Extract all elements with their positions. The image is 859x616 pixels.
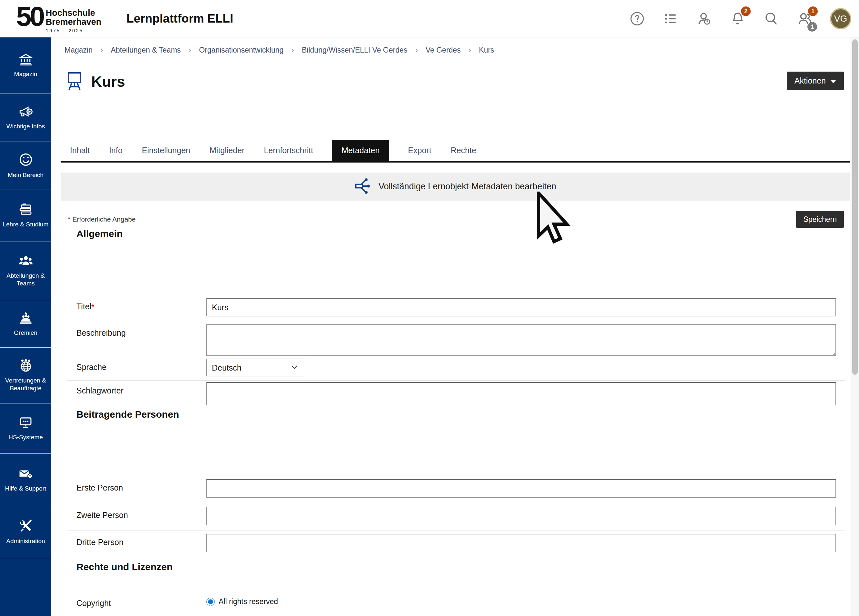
actions-button[interactable]: Aktionen [787,72,844,90]
field-label-erste-person: Erste Person [77,479,206,498]
erste-person-input[interactable] [206,479,836,498]
contacts-icon[interactable]: 1 1 [797,10,813,27]
logo-line1: Hochschule [46,8,102,17]
svg-text:?: ? [29,474,31,478]
field-label-dritte-person: Dritte Person [77,534,206,552]
bell-badge: 2 [741,6,751,16]
tab-lernfortschritt[interactable]: Lernfortschritt [263,140,314,161]
sidebar-item-label: Lehre & Studium [3,220,49,228]
sidebar-item-administration[interactable]: Administration [0,507,51,558]
sidebar-item-hs-systeme[interactable]: HS-Systeme [0,403,51,454]
field-label-zweite-person: Zweite Person [77,507,206,525]
tools-icon [19,519,33,534]
sidebar-item-label: Administration [6,537,45,545]
sidebar-item-label: Wichtige Infos [6,122,45,130]
breadcrumb-item[interactable]: Organisationsentwicklung [199,46,283,55]
main-content: Magazin› Abteilungen & Teams› Organisati… [61,38,850,616]
megaphone-icon [19,105,33,119]
logo-years: 1975 – 2025 [46,28,102,33]
help-icon[interactable] [629,10,645,27]
list-icon[interactable] [662,10,679,27]
committee-icon [19,311,33,326]
tab-info[interactable]: Info [108,140,123,161]
share-icon [355,178,372,196]
tab-metadaten[interactable]: Metadaten [332,140,389,161]
breadcrumb-separator: › [291,45,294,55]
bell-icon[interactable]: 2 [729,10,746,27]
globe-people-icon [19,359,33,374]
sidebar-item-magazin[interactable]: Magazin [0,38,51,94]
sidebar-item-label: Gremien [14,329,37,337]
dritte-person-input[interactable] [206,534,836,552]
monitor-icon [19,416,33,430]
main-sidebar: Magazin Wichtige Infos Mein Bereich Lehr… [0,38,51,616]
required-asterisk: * [91,303,94,311]
sidebar-item-label: Mein Bereich [8,171,44,179]
titel-input[interactable] [206,298,836,316]
user-alert-icon[interactable] [696,10,712,27]
breadcrumb-item[interactable]: Abteilungen & Teams [111,46,181,55]
save-button[interactable]: Speichern [796,211,844,228]
sprache-select[interactable]: Deutsch [206,359,305,376]
breadcrumb-separator: › [100,45,103,55]
books-icon [19,203,33,217]
top-header: 50 Hochschule Bremerhaven 1975 – 2025 Le… [0,0,859,38]
zweite-person-input[interactable] [206,507,836,525]
bank-icon [19,53,33,67]
field-label-beschreibung: Beschreibung [77,324,206,357]
section-divider [67,530,845,531]
breadcrumb-separator: › [189,45,192,55]
actions-button-label: Aktionen [795,76,826,86]
sidebar-item-mein-bereich[interactable]: Mein Bereich [0,142,51,190]
scrollbar-thumb[interactable] [852,39,858,375]
breadcrumb-item[interactable]: Bildung/Wissen/ELLI Ve Gerdes [302,46,407,55]
mail-help-icon: ? [19,467,33,482]
copyright-radio[interactable] [206,597,215,606]
schlagwoerter-input[interactable] [206,382,836,405]
breadcrumb-item[interactable]: Kurs [479,46,494,55]
logo-50-text: 50 [16,4,43,29]
section-heading-beitragende: Beitragende Personen [77,409,179,420]
breadcrumb-separator: › [469,45,472,55]
beschreibung-textarea[interactable] [206,324,836,356]
breadcrumb-separator: › [415,45,418,55]
field-label-copyright: Copyright [77,595,206,608]
sidebar-item-label: Abteilungen & Teams [2,272,49,288]
tab-bar: Inhalt Info Einstellungen Mitglieder Ler… [61,140,850,163]
section-divider [67,380,845,381]
contacts-badge-top: 1 [808,6,818,16]
easel-icon [66,71,83,92]
university-logo[interactable]: 50 Hochschule Bremerhaven 1975 – 2025 [16,4,101,33]
vertical-scrollbar[interactable] [851,38,859,616]
people-icon [19,255,33,269]
tab-inhalt[interactable]: Inhalt [69,140,90,161]
avatar[interactable]: VG [830,8,851,29]
breadcrumb-item[interactable]: Magazin [64,46,92,55]
copyright-radio-label: All rights reserved [219,597,278,606]
tab-einstellungen[interactable]: Einstellungen [141,140,191,161]
chevron-down-icon [830,76,836,86]
sidebar-item-lehre-studium[interactable]: Lehre & Studium [0,190,51,242]
breadcrumb: Magazin› Abteilungen & Teams› Organisati… [64,45,494,55]
sidebar-item-label: Hilfe & Support [5,485,47,492]
logo-line2: Bremerhaven [46,17,102,27]
field-label-schlagwoerter: Schlagwörter [77,382,206,405]
page-title: Kurs [91,73,125,90]
search-icon[interactable] [763,10,780,27]
tab-mitglieder[interactable]: Mitglieder [209,140,245,161]
required-note: Erforderliche Angabe [73,216,136,223]
breadcrumb-item[interactable]: Ve Gerdes [426,46,461,55]
sidebar-item-gremien[interactable]: Gremien [0,300,51,348]
sidebar-item-vertretungen[interactable]: Vertretungen & Beauftragte [0,348,51,403]
sidebar-item-wichtige-infos[interactable]: Wichtige Infos [0,94,51,142]
tab-rechte[interactable]: Rechte [450,140,477,161]
field-label-titel: Titel* [77,298,206,316]
sidebar-item-label: Vertretungen & Beauftragte [2,377,49,392]
tab-export[interactable]: Export [407,140,432,161]
edit-full-metadata-banner[interactable]: Vollständige Lernobjekt-Metadaten bearbe… [61,172,850,201]
sidebar-item-label: HS-Systeme [8,433,43,441]
section-heading-rechte: Rechte und Lizenzen [77,561,172,572]
sidebar-item-abteilungen-teams[interactable]: Abteilungen & Teams [0,242,51,300]
sidebar-item-hilfe-support[interactable]: ? Hilfe & Support [0,454,51,507]
section-heading-allgemein: Allgemein [77,228,123,239]
